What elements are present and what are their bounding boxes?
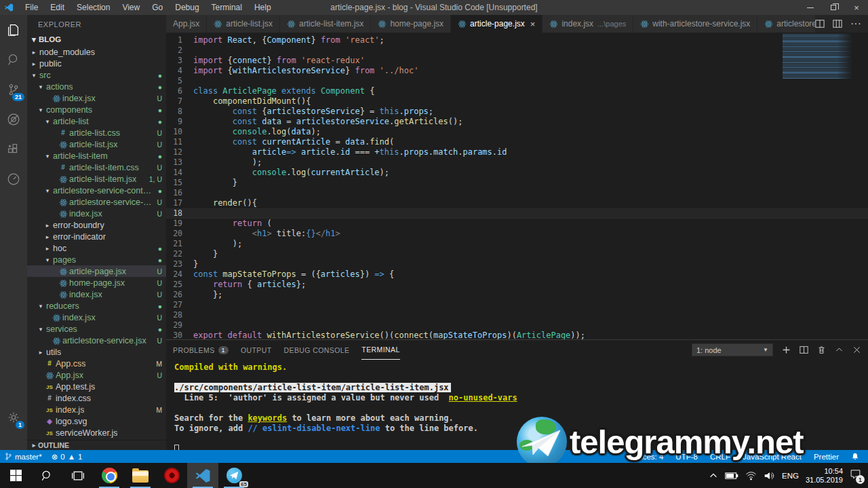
file-item-serviceWorker.js[interactable]: JSserviceWorker.js	[27, 427, 166, 438]
terminal-shell-select[interactable]: 1: node▼	[692, 343, 773, 356]
code-line[interactable]: 11 const currentArticle = data.find(	[166, 137, 868, 147]
code-line[interactable]: 13 );	[166, 157, 868, 168]
file-item-articlestore-service-context.jsx[interactable]: articlestore-service-context.jsxU	[27, 196, 166, 208]
volume-icon[interactable]	[764, 471, 775, 481]
close-panel-icon[interactable]	[852, 345, 861, 354]
more-actions-icon[interactable]: ···	[850, 18, 861, 30]
status-item-crlf[interactable]: CRLF	[705, 450, 735, 463]
panel-tab-output[interactable]: OUTPUT	[241, 340, 272, 360]
code-line[interactable]: 14 console.log(currentArticle);	[166, 168, 868, 178]
code-line[interactable]: 4import {withArticlestoreService} from '…	[166, 66, 868, 76]
tab-App.jsx[interactable]: App.jsx	[166, 15, 207, 33]
file-item-index.css[interactable]: #index.css	[27, 392, 166, 404]
file-item-index.jsx[interactable]: index.jsxU	[27, 208, 166, 219]
terminal-output[interactable]: Compiled with warnings../src/components/…	[166, 360, 868, 454]
problems-indicator[interactable]: ⊗ 0 ▲ 1	[47, 450, 87, 463]
code-line[interactable]: 10 console.log(data);	[166, 127, 868, 137]
menu-debug[interactable]: Debug	[169, 3, 205, 12]
language-indicator[interactable]: ENG	[782, 472, 799, 480]
status-item-javascript-react[interactable]: JavaScript React	[738, 450, 806, 463]
kill-terminal-icon[interactable]	[817, 345, 826, 354]
new-terminal-icon[interactable]	[782, 345, 791, 354]
folder-item-reducers[interactable]: ▾reducers●	[27, 300, 166, 312]
code-line[interactable]: 29	[166, 320, 868, 331]
chrome-taskbar-icon[interactable]	[94, 463, 125, 488]
source-control-icon[interactable]: 21	[0, 75, 27, 105]
code-line[interactable]: 15 }	[166, 178, 868, 188]
folder-item-actions[interactable]: ▾actions●	[27, 81, 166, 92]
task-view-icon[interactable]	[62, 463, 94, 488]
panel-tab-problems[interactable]: PROBLEMS1	[173, 340, 229, 360]
code-line[interactable]: 27	[166, 300, 868, 310]
folder-item-node_modules[interactable]: ▸node_modules	[27, 46, 166, 58]
extensions-icon[interactable]	[0, 134, 27, 164]
git-branch-indicator[interactable]: master*	[0, 450, 47, 463]
split-editor-icon[interactable]	[815, 19, 825, 29]
tab-home-page.jsx[interactable]: home-page.jsx	[371, 15, 451, 33]
clock[interactable]: 10:54 31.05.2019	[806, 467, 843, 485]
panel-tab-debug-console[interactable]: DEBUG CONSOLE	[284, 340, 350, 360]
file-item-articlestore-service.jsx[interactable]: articlestore-service.jsxU	[27, 335, 166, 346]
search-icon[interactable]	[0, 45, 27, 75]
code-line[interactable]: 6class ArticlePage extends Component {	[166, 86, 868, 96]
explorer-icon[interactable]	[0, 15, 27, 45]
menu-help[interactable]: Help	[248, 3, 277, 12]
split-terminal-icon[interactable]	[800, 345, 808, 354]
file-item-article-list-item.css[interactable]: #article-list-item.cssU	[27, 162, 166, 173]
file-item-App.jsx[interactable]: App.jsxU	[27, 369, 166, 381]
folder-item-article-list[interactable]: ▾article-list●	[27, 115, 166, 127]
file-item-article-list-item.jsx[interactable]: article-list-item.jsx1, U	[27, 173, 166, 185]
code-line[interactable]: 22 }	[166, 249, 868, 259]
panel-tab-terminal[interactable]: TERMINAL	[361, 340, 399, 360]
menu-file[interactable]: File	[19, 3, 44, 12]
code-line[interactable]: 24const mapStateToProps = ({articles}) =…	[166, 269, 868, 280]
vscode-taskbar-icon[interactable]	[187, 463, 218, 488]
file-item-article-list.css[interactable]: #article-list.cssU	[27, 127, 166, 138]
taskbar-search-icon[interactable]	[31, 463, 62, 488]
menu-go[interactable]: Go	[146, 3, 169, 12]
folder-item-error-boundry[interactable]: ▸error-boundry	[27, 219, 166, 231]
debug-icon[interactable]	[0, 105, 27, 134]
red-app-taskbar-icon[interactable]	[156, 463, 187, 488]
code-editor[interactable]: 1import React, {Component} from 'react';…	[166, 33, 868, 339]
tab-article-list-item.jsx[interactable]: article-list-item.jsx	[280, 15, 371, 33]
close-tab-icon[interactable]: ×	[530, 19, 536, 29]
folder-item-pages[interactable]: ▾pages●	[27, 254, 166, 265]
minimize-icon[interactable]	[799, 0, 822, 15]
code-line[interactable]: 1import React, {Component} from 'react';	[166, 35, 868, 45]
code-line[interactable]: 26 };	[166, 290, 868, 300]
tab-articlestore-service.jsx[interactable]: articlestore-service.jsx	[757, 15, 815, 33]
tab-index.jsx[interactable]: index.jsx...\pages	[542, 15, 633, 33]
code-line[interactable]: 9 const data = articlestoreService.getAr…	[166, 117, 868, 127]
folder-item-utils[interactable]: ▸utils	[27, 346, 166, 358]
code-line[interactable]: 17 render(){	[166, 198, 868, 208]
timer-icon[interactable]	[0, 164, 27, 194]
code-line[interactable]: 23}	[166, 259, 868, 269]
file-explorer-taskbar-icon[interactable]	[125, 463, 156, 488]
code-line[interactable]: 19 return (	[166, 219, 868, 229]
folder-item-src[interactable]: ▾src●	[27, 69, 166, 81]
restore-icon[interactable]	[822, 0, 845, 15]
folder-item-public[interactable]: ▸public	[27, 58, 166, 69]
wifi-icon[interactable]	[745, 471, 757, 481]
code-line[interactable]: 8 const {articlestoreService} = this.pro…	[166, 107, 868, 117]
file-item-article-page.jsx[interactable]: article-page.jsxU	[27, 265, 166, 277]
menu-terminal[interactable]: Terminal	[205, 3, 248, 12]
file-item-logo.svg[interactable]: ◈logo.svg	[27, 415, 166, 427]
tray-chevron-up-icon[interactable]	[709, 471, 718, 481]
file-item-App.css[interactable]: #App.cssM	[27, 358, 166, 369]
maximize-panel-icon[interactable]	[835, 345, 844, 354]
file-item-index.jsx[interactable]: index.jsxU	[27, 92, 166, 104]
tab-with-articlestore-service.jsx[interactable]: with-articlestore-service.jsx	[633, 15, 757, 33]
file-item-index.js[interactable]: JSindex.jsM	[27, 404, 166, 415]
file-item-index.jsx[interactable]: index.jsxU	[27, 288, 166, 300]
status-item-spaces-4[interactable]: Spaces: 4	[624, 450, 668, 463]
code-line[interactable]: 18	[166, 208, 868, 219]
action-center-icon[interactable]: 1	[850, 469, 861, 482]
code-line[interactable]: 16	[166, 188, 868, 198]
code-line[interactable]: 25 return { articles};	[166, 280, 868, 290]
menu-edit[interactable]: Edit	[44, 3, 71, 12]
start-button[interactable]	[0, 463, 31, 488]
tab-article-list.jsx[interactable]: article-list.jsx	[207, 15, 280, 33]
code-line[interactable]: 28	[166, 310, 868, 320]
